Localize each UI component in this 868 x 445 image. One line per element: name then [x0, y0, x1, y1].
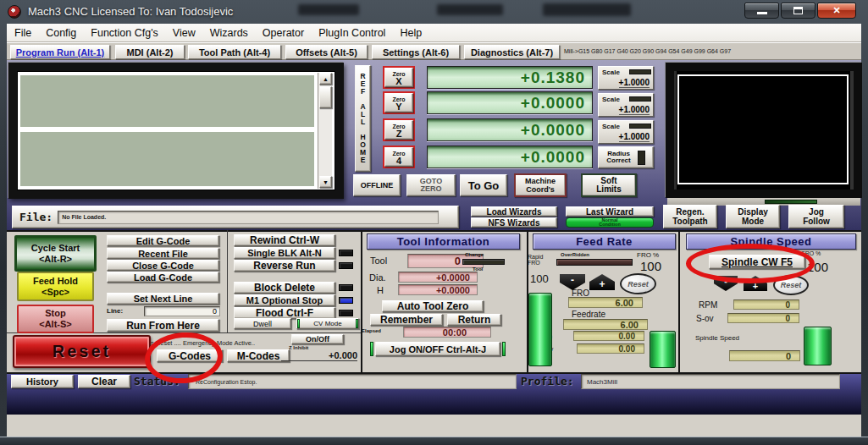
- menu-plugin-control[interactable]: PlugIn Control: [318, 27, 385, 39]
- reset-button[interactable]: Reset: [13, 335, 151, 368]
- elapsed-value: 00:00: [443, 327, 467, 338]
- jog-onoff-button[interactable]: Jog ON/OFF Ctrl-Alt-J: [375, 342, 500, 356]
- load-gcode-button[interactable]: Load G-Code: [107, 272, 219, 283]
- goto-zero-button[interactable]: GOTO ZERO: [406, 174, 456, 196]
- menu-file[interactable]: File: [14, 27, 31, 39]
- zero-z-button[interactable]: Zero Z: [383, 118, 415, 141]
- cv-mode-led-left: [297, 319, 300, 328]
- scale-value[interactable]: +1.0000: [619, 105, 650, 115]
- tab-diagnostics[interactable]: Diagnostics (Alt-7): [464, 45, 560, 59]
- single-blk-button[interactable]: Single BLK Alt-N: [234, 247, 335, 259]
- menu-config[interactable]: Config: [46, 27, 76, 39]
- dro-x[interactable]: +0.1380: [427, 66, 593, 89]
- scale-value[interactable]: +1.0000: [619, 78, 650, 88]
- wizard-status-indicator: Normal Condition: [566, 217, 654, 228]
- scroll-down-button[interactable]: ▼: [319, 176, 332, 188]
- stop-button[interactable]: Stop <Alt-S>: [17, 305, 94, 333]
- scale-slider[interactable]: [629, 124, 651, 129]
- zero-x-button[interactable]: Zero X: [383, 66, 415, 89]
- app-icon: [8, 5, 21, 19]
- rpm-field[interactable]: 0: [733, 299, 799, 310]
- feed-reset-button[interactable]: Reset: [620, 273, 656, 294]
- radius-correct-button[interactable]: Radius Correct: [598, 146, 654, 168]
- history-button[interactable]: History: [11, 375, 74, 388]
- menu-help[interactable]: Help: [400, 27, 422, 39]
- scale-value[interactable]: +1.0000: [619, 132, 650, 142]
- dro-4[interactable]: +0.0000: [427, 146, 593, 168]
- close-gcode-button[interactable]: Close G-Code: [107, 260, 219, 271]
- scroll-up-button[interactable]: ▲: [319, 73, 332, 85]
- scale-slider[interactable]: [629, 96, 651, 102]
- z-inhibit-value[interactable]: +0.000: [281, 349, 357, 361]
- clear-button[interactable]: Clear: [78, 375, 130, 388]
- menu-function-cfgs[interactable]: Function Cfg's: [91, 27, 158, 39]
- run-from-here-button[interactable]: Run From Here: [107, 319, 219, 332]
- recent-file-button[interactable]: Recent File: [107, 248, 219, 259]
- scale-z[interactable]: Scale +1.0000: [598, 120, 654, 144]
- radius-correct-slider[interactable]: [638, 151, 645, 165]
- h-field[interactable]: +0.0000: [398, 284, 478, 295]
- menu-operator[interactable]: Operator: [263, 27, 304, 39]
- flood-button[interactable]: Flood Ctrl-F: [234, 307, 335, 319]
- minimize-button[interactable]: [744, 3, 779, 19]
- scale-y[interactable]: Scale +1.0000: [598, 93, 654, 117]
- cycle-start-button[interactable]: Cycle Start <Alt-R>: [14, 235, 97, 272]
- on-off-button[interactable]: On/Off: [291, 334, 344, 344]
- sov-field[interactable]: 0: [727, 313, 799, 323]
- scale-x[interactable]: Scale +1.0000: [598, 66, 654, 90]
- nfs-wizards-button[interactable]: NFS Wizards: [471, 217, 557, 228]
- tab-program-run[interactable]: Program Run (Alt-1): [10, 45, 110, 59]
- soft-limits-button[interactable]: Soft Limits: [581, 173, 637, 197]
- jog-follow-button[interactable]: Jog Follow: [788, 205, 844, 228]
- rewind-button[interactable]: Rewind Ctrl-W: [234, 234, 335, 246]
- change-tool-slider[interactable]: [462, 259, 505, 265]
- zero-y-button[interactable]: Zero Y: [383, 91, 415, 114]
- gcode-listing-frame: ▲ ▼: [8, 63, 344, 199]
- edit-gcode-button[interactable]: Edit G-Code: [107, 235, 219, 246]
- tab-offsets[interactable]: Offsets (Alt-5): [285, 45, 368, 59]
- scroll-thumb[interactable]: [319, 86, 332, 108]
- maximize-button[interactable]: [781, 3, 815, 19]
- reverse-run-button[interactable]: Reverse Run: [234, 260, 335, 272]
- status-value: ReConfiguration Estop.: [196, 379, 257, 385]
- dwell-indicator: Dwell: [234, 318, 291, 329]
- file-field: No File Loaded.: [58, 211, 439, 224]
- dro-z[interactable]: +0.0000: [427, 118, 593, 141]
- line-field[interactable]: 0: [144, 306, 220, 316]
- tab-mdi[interactable]: MDI (Alt-2): [115, 45, 185, 59]
- mcodes-button[interactable]: M-Codes: [227, 349, 290, 362]
- last-wizard-button[interactable]: Last Wizard: [566, 206, 654, 217]
- regen-toolpath-button[interactable]: Regen. Toolpath: [663, 205, 717, 228]
- spindle-speed-field[interactable]: 0: [729, 350, 800, 361]
- units-min-field[interactable]: 0.00: [573, 331, 644, 341]
- tab-settings[interactable]: Settings (Alt-6): [372, 45, 460, 59]
- offline-button[interactable]: OFFLINE: [353, 174, 401, 196]
- active-gcode-modes: Mill->G15 G80 G17 G40 G20 G90 G94 G54 G4…: [564, 48, 860, 54]
- feed-hold-button[interactable]: Feed Hold <Spc>: [17, 272, 94, 301]
- return-button[interactable]: Return: [447, 314, 501, 326]
- remember-button[interactable]: Remember: [370, 314, 443, 326]
- machine-coords-button[interactable]: Machine Coord's: [514, 173, 567, 197]
- scale-slider[interactable]: [629, 69, 651, 74]
- units-rev-field[interactable]: 0.00: [577, 343, 644, 354]
- ref-all-home-button[interactable]: R E F A L L H O M E: [355, 65, 371, 172]
- dia-field[interactable]: +0.0000: [398, 272, 478, 283]
- tab-tool-path[interactable]: Tool Path (Alt-4): [188, 45, 281, 59]
- feedrate-field[interactable]: 6.00: [563, 319, 648, 330]
- jog-onoff-container: Jog ON/OFF Ctrl-Alt-J: [370, 342, 506, 356]
- menu-wizards[interactable]: Wizards: [210, 27, 248, 39]
- close-button[interactable]: ✕: [817, 3, 856, 19]
- zero-4-button[interactable]: Zero 4: [383, 146, 415, 168]
- block-delete-button[interactable]: Block Delete: [234, 282, 335, 294]
- set-next-line-button[interactable]: Set Next Line: [107, 293, 219, 305]
- m1-optional-stop-button[interactable]: M1 Optional Stop: [234, 294, 335, 306]
- gcode-scrollbar[interactable]: ▲ ▼: [318, 73, 332, 189]
- dro-y[interactable]: +0.0000: [427, 91, 593, 114]
- menu-view[interactable]: View: [173, 27, 196, 39]
- auto-tool-zero-button[interactable]: Auto Tool Zero: [382, 300, 484, 312]
- to-go-button[interactable]: To Go: [460, 174, 507, 196]
- display-mode-button[interactable]: Display Mode: [726, 205, 780, 228]
- toolpath-viewport[interactable]: [677, 74, 849, 184]
- load-wizards-button[interactable]: Load Wizards: [471, 206, 557, 217]
- fro-field[interactable]: 6.00: [568, 297, 643, 308]
